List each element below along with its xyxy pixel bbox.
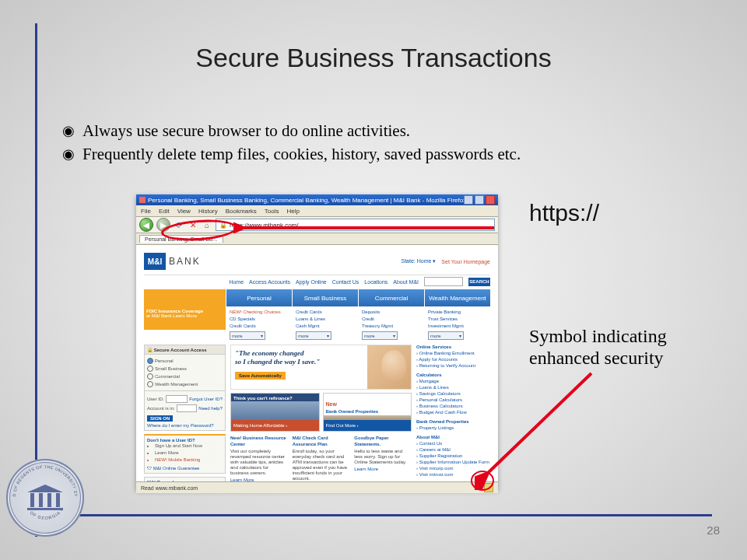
account-type[interactable]: Personal (147, 357, 223, 365)
status-text: Read www.mibank.com (141, 485, 198, 491)
category-tab[interactable]: Personal (226, 289, 292, 306)
section-link[interactable]: Returning to Verify Account (416, 362, 490, 369)
sublink[interactable]: CD Specials (230, 316, 288, 323)
sublink[interactable]: NEW! Checking Choices (230, 309, 288, 316)
section-link[interactable]: Visit mitrust.com (416, 471, 490, 478)
menu-item[interactable]: History (198, 208, 218, 215)
bullet-list: ◉ Always use secure browser to do online… (62, 121, 708, 167)
sublink[interactable]: Treasury Mgmt (362, 323, 420, 330)
section-link[interactable]: Savings Calculators (416, 390, 490, 397)
section-link[interactable]: Supplier Registration (416, 453, 490, 459)
btile-text: Enroll today, so your everyday check car… (293, 449, 350, 481)
close-button[interactable] (486, 195, 495, 205)
category-spacer (144, 289, 226, 306)
sublink[interactable]: Credit Cards (230, 323, 288, 330)
reload-icon[interactable]: ⟳ (174, 219, 184, 230)
learn-more-link[interactable]: Learn More (230, 478, 288, 481)
address-bar[interactable]: 🔒 https://www.mibank.com/ (216, 219, 495, 231)
more-dropdown[interactable]: more (230, 331, 265, 340)
section-link[interactable]: Visit micorp.com (416, 465, 490, 471)
sublink[interactable]: Investment Mgmt (428, 323, 486, 330)
menu-item[interactable]: Help (286, 208, 299, 215)
category-tab[interactable]: Wealth Management (424, 289, 490, 306)
stop-icon[interactable]: ✕ (188, 219, 198, 230)
section-link[interactable]: Online Banking Enrollment (416, 350, 490, 356)
back-button[interactable]: ◀ (139, 218, 153, 232)
category-tab[interactable]: Small Business (292, 289, 358, 306)
right-section: Bank Owned Properties Property Listings (416, 419, 490, 431)
tile-bankowned[interactable]: New Bank Owned Properties Find Out More … (323, 393, 412, 432)
account-type[interactable]: Wealth Management (147, 380, 223, 388)
topnav-link[interactable]: About M&I (393, 279, 419, 285)
more-dropdown[interactable]: more (428, 331, 464, 340)
section-link[interactable]: Loans & Lines (416, 384, 490, 390)
section-link[interactable]: Budget And Cash Flow (416, 409, 490, 415)
topnav-link[interactable]: Contact Us (332, 279, 359, 285)
topnav-link[interactable]: Home (229, 279, 244, 285)
topnav-link[interactable]: Access Accounts (249, 279, 290, 285)
menu-item[interactable]: Edit (159, 208, 170, 215)
acct-select[interactable] (177, 404, 198, 412)
sublink[interactable]: Deposits (362, 309, 420, 316)
hero-quote-1: "The economy changed (235, 349, 363, 358)
sublink[interactable]: Cash Mgmt (296, 323, 354, 330)
hero-button[interactable]: Save Automatically (235, 372, 286, 380)
forgot-link[interactable]: Forgot User ID? (189, 397, 223, 401)
sublink[interactable]: Private Banking (428, 309, 486, 316)
more-dropdown[interactable]: more (362, 331, 398, 340)
list-item[interactable]: Sign Up and Start Now (155, 443, 223, 450)
state-picker[interactable]: State: Home ▾ (401, 258, 436, 264)
btile-head: New! Business Resource Center (230, 435, 288, 447)
minimize-button[interactable] (464, 195, 473, 205)
section-link[interactable]: Contact Us (416, 440, 490, 446)
needhelp-link[interactable]: Need help? (198, 406, 223, 411)
sublink[interactable]: Trust Services (428, 316, 486, 323)
section-link[interactable]: Mortgage (416, 378, 490, 384)
userid-input[interactable] (166, 395, 188, 403)
section-link[interactable]: Business Calculators (416, 403, 490, 409)
right-section: Calculators Mortgage Loans & Lines Savin… (416, 373, 490, 415)
browser-screenshot: Personal Banking, Small Business Banking… (136, 194, 498, 490)
menu-item[interactable]: View (177, 208, 191, 215)
sublink[interactable]: Credit Cards (296, 309, 354, 316)
sublink[interactable]: Credit (362, 316, 420, 323)
account-type[interactable]: Commercial (147, 373, 223, 380)
browser-tab[interactable]: Personal Banking, Small Bu… (139, 235, 223, 243)
topnav-link[interactable]: Apply Online (296, 279, 327, 285)
topnav-link[interactable]: Locations (364, 279, 388, 285)
search-input[interactable] (424, 277, 463, 286)
list-item[interactable]: Learn More (155, 450, 223, 457)
window-titlebar: Personal Banking, Small Business Banking… (136, 194, 498, 205)
subcol: Deposits Credit Treasury Mgmt more (358, 306, 424, 342)
panel-body: M&I Rewards Learn More View/Redeem Point… (145, 478, 225, 481)
section-link[interactable]: Personal Calculators (416, 397, 490, 403)
where-password-link[interactable]: Where do I enter my Password? (147, 423, 223, 428)
learn-more-link[interactable]: Learn More (354, 467, 412, 471)
menu-item[interactable]: File (141, 208, 151, 215)
set-homepage-link[interactable]: Set Your Homepage (441, 259, 490, 264)
tile-refinance[interactable]: Think you can't refinance? Making Home A… (230, 393, 320, 432)
maximize-button[interactable] (475, 195, 484, 205)
bullet-text: Always use secure browser to do online a… (82, 121, 410, 141)
list-item[interactable]: NEW! Mobile Banking (155, 457, 223, 464)
section-link[interactable]: Property Listings (416, 425, 490, 431)
radio-icon (147, 366, 153, 372)
section-link[interactable]: Apply for Accounts (416, 356, 490, 362)
account-type[interactable]: Small Business (147, 365, 223, 373)
signon-button[interactable]: SIGN ON (147, 415, 173, 422)
more-dropdown[interactable]: more (296, 331, 331, 340)
userid-row: User ID: Forgot User ID? (147, 395, 223, 403)
radio-icon (147, 381, 153, 387)
section-link[interactable]: Supplier Information Update Form (416, 459, 490, 465)
menu-item[interactable]: Bookmarks (226, 208, 257, 215)
right-section: About M&I Contact Us Careers at M&I Supp… (416, 435, 490, 478)
sublink[interactable]: Loans & Lines (296, 316, 354, 323)
guarantee-link[interactable]: 🛡 M&I Online Guarantee (147, 466, 223, 471)
seal-building-icon (27, 485, 63, 511)
search-button[interactable]: SEARCH (468, 278, 490, 286)
category-tab[interactable]: Commercial (358, 289, 424, 306)
home-icon[interactable]: ⌂ (202, 219, 212, 230)
section-link[interactable]: Careers at M&I (416, 446, 490, 453)
menu-item[interactable]: Tools (265, 208, 279, 215)
forward-button[interactable]: ▶ (156, 218, 170, 232)
